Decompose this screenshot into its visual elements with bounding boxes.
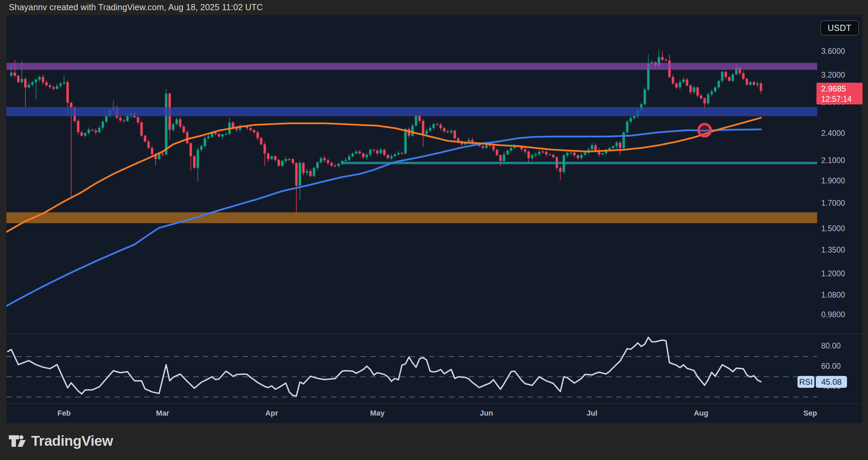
month-label-Sep: Sep: [803, 409, 817, 417]
price-tick-label: 0.9800: [821, 310, 845, 319]
current-price-value: 2.9685: [821, 84, 863, 94]
attribution-bar: Shayannv created with TradingView.com, A…: [0, 0, 868, 15]
attribution-text: Shayannv created with TradingView.com, A…: [9, 2, 263, 12]
month-label-Jun: Jun: [480, 409, 493, 417]
zone-resistance-purple: [6, 63, 817, 69]
price-tick-label: 1.2000: [821, 269, 845, 278]
price-tick-label: 1.9000: [821, 176, 845, 185]
month-label-Aug: Aug: [694, 409, 708, 417]
month-label-Feb: Feb: [57, 409, 71, 417]
tradingview-logo-icon: [8, 432, 26, 450]
month-label-Apr: Apr: [265, 409, 278, 417]
zone-resistance-blue: [6, 107, 817, 116]
price-tick-label: 1.5000: [821, 224, 845, 233]
price-tick-label: 1.7000: [821, 199, 845, 207]
current-price-label: 2.9685 12:57:14: [816, 83, 863, 104]
ma-crossover-marker-circle: [698, 124, 711, 136]
price-tick-label: 1.0800: [821, 291, 845, 299]
rsi-tick-label: 80.00: [821, 341, 841, 350]
price-tick-label: 2.1000: [821, 156, 845, 165]
price-tick-label: 1.3500: [821, 245, 845, 254]
rsi-tick-label: 60.00: [821, 362, 841, 371]
tradingview-logo: TradingView: [8, 432, 113, 450]
month-label-Mar: Mar: [156, 409, 170, 417]
rsi-indicator-name: RSI: [799, 377, 813, 387]
tradingview-logo-text: TradingView: [31, 433, 113, 449]
rsi-indicator-badge: RSI: [797, 376, 814, 388]
month-label-May: May: [370, 409, 385, 417]
symbol-badge-label: USDT: [828, 23, 851, 33]
chart-canvas[interactable]: 3.60003.20002.80002.40002.10001.90001.70…: [0, 0, 868, 460]
month-label-Jul: Jul: [587, 409, 597, 417]
price-tick-label: 3.6000: [821, 47, 845, 56]
symbol-badge: USDT: [820, 20, 859, 36]
rsi-value: 45.08: [821, 377, 842, 387]
price-tick-label: 3.2000: [821, 71, 845, 79]
rsi-value-badge: 45.08: [816, 376, 847, 388]
bar-countdown: 12:57:14: [821, 94, 863, 104]
zone-support-brown: [6, 212, 817, 223]
tradingview-published-chart: 3.60003.20002.80002.40002.10001.90001.70…: [0, 0, 868, 460]
price-tick-label: 2.4000: [821, 129, 845, 138]
